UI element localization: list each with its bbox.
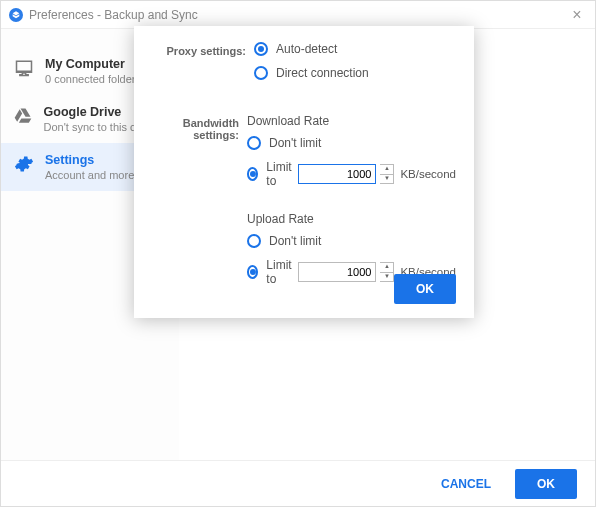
download-limit-to-option[interactable]: Limit to ▲▼ KB/second [247, 160, 456, 188]
bandwidth-row: Bandwidth settings: Download Rate Don't … [152, 114, 456, 296]
radio-icon[interactable] [254, 42, 268, 56]
monitor-icon [13, 57, 35, 79]
ok-button[interactable]: OK [515, 469, 577, 499]
download-dont-limit-option[interactable]: Don't limit [247, 136, 456, 150]
spinner-up-icon[interactable]: ▲ [380, 165, 393, 175]
proxy-row: Proxy settings: Auto-detect Direct conne… [152, 42, 456, 90]
dialog-footer: OK [394, 274, 456, 304]
radio-label: Auto-detect [276, 42, 337, 56]
proxy-direct-option[interactable]: Direct connection [254, 66, 456, 80]
spinner-up-icon[interactable]: ▲ [380, 263, 393, 273]
bandwidth-label: Bandwidth settings: [152, 114, 247, 141]
gear-icon [13, 153, 35, 175]
sidebar-item-sub: Account and more [45, 169, 134, 181]
radio-label: Limit to [266, 160, 294, 188]
proxy-auto-option[interactable]: Auto-detect [254, 42, 456, 56]
download-rate-title: Download Rate [247, 114, 456, 128]
app-icon [9, 8, 23, 22]
window-title: Preferences - Backup and Sync [29, 8, 567, 22]
sidebar-item-title: My Computer [45, 57, 141, 71]
radio-label: Limit to [266, 258, 294, 286]
proxy-controls: Auto-detect Direct connection [254, 42, 456, 90]
download-limit-input[interactable] [298, 164, 376, 184]
drive-icon [13, 105, 34, 127]
radio-icon[interactable] [247, 234, 261, 248]
download-spinner[interactable]: ▲▼ [380, 164, 394, 184]
radio-icon[interactable] [247, 265, 258, 279]
dialog-ok-button[interactable]: OK [394, 274, 456, 304]
network-settings-dialog: Proxy settings: Auto-detect Direct conne… [134, 26, 474, 318]
radio-icon[interactable] [254, 66, 268, 80]
upload-limit-input[interactable] [298, 262, 376, 282]
bandwidth-controls: Download Rate Don't limit Limit to ▲▼ KB… [247, 114, 456, 296]
upload-spinner[interactable]: ▲▼ [380, 262, 394, 282]
proxy-label: Proxy settings: [152, 42, 254, 57]
radio-icon[interactable] [247, 136, 261, 150]
radio-icon[interactable] [247, 167, 258, 181]
preferences-window: Preferences - Backup and Sync × My Compu… [0, 0, 596, 507]
radio-label: Don't limit [269, 234, 321, 248]
radio-label: Don't limit [269, 136, 321, 150]
titlebar: Preferences - Backup and Sync × [1, 1, 595, 29]
sidebar-item-sub: 0 connected folders [45, 73, 141, 85]
spinner-down-icon[interactable]: ▼ [380, 273, 393, 282]
upload-dont-limit-option[interactable]: Don't limit [247, 234, 456, 248]
download-unit: KB/second [400, 168, 456, 180]
radio-label: Direct connection [276, 66, 369, 80]
cancel-button[interactable]: CANCEL [427, 469, 505, 499]
spinner-down-icon[interactable]: ▼ [380, 175, 393, 184]
close-icon[interactable]: × [567, 5, 587, 25]
upload-rate-title: Upload Rate [247, 212, 456, 226]
footer: CANCEL OK [1, 460, 595, 506]
sidebar-item-title: Settings [45, 153, 134, 167]
